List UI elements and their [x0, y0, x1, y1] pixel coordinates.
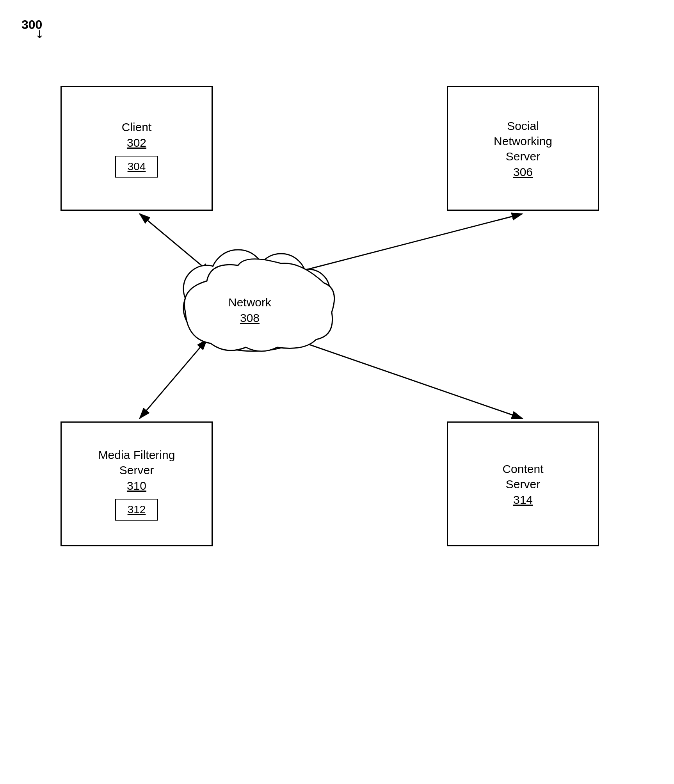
svg-point-8	[211, 250, 265, 304]
client-inner-box: 304	[115, 156, 158, 178]
sns-title: SocialNetworkingServer	[494, 118, 552, 164]
svg-line-2	[140, 214, 211, 273]
svg-text:Network: Network	[228, 296, 272, 309]
svg-line-5	[295, 340, 522, 418]
content-server-node: ContentServer 314	[447, 421, 599, 546]
mfs-inner-id: 312	[128, 503, 146, 516]
svg-point-15	[288, 270, 329, 311]
client-node: Client 302 304	[60, 86, 213, 211]
svg-point-7	[183, 265, 230, 312]
client-id: 302	[127, 136, 146, 149]
svg-point-13	[212, 251, 265, 304]
svg-point-9	[256, 254, 306, 304]
mfs-inner-box: 312	[115, 499, 158, 521]
client-inner-id: 304	[128, 160, 146, 172]
svg-point-10	[287, 269, 330, 312]
svg-line-3	[293, 214, 522, 273]
svg-point-6	[183, 265, 324, 351]
mfs-title: Media FilteringServer	[98, 447, 175, 478]
cs-title: ContentServer	[502, 461, 543, 492]
social-networking-server-node: SocialNetworkingServer 306	[447, 86, 599, 211]
svg-text:308: 308	[240, 311, 260, 324]
svg-point-11	[184, 266, 323, 350]
cs-id: 314	[513, 493, 533, 507]
client-title: Client	[122, 119, 152, 135]
mfs-id: 310	[127, 479, 146, 492]
svg-line-4	[140, 340, 207, 418]
svg-point-14	[256, 254, 306, 304]
sns-id: 306	[513, 165, 533, 179]
svg-point-12	[184, 266, 229, 311]
media-filtering-server-node: Media FilteringServer 310 312	[60, 421, 213, 546]
